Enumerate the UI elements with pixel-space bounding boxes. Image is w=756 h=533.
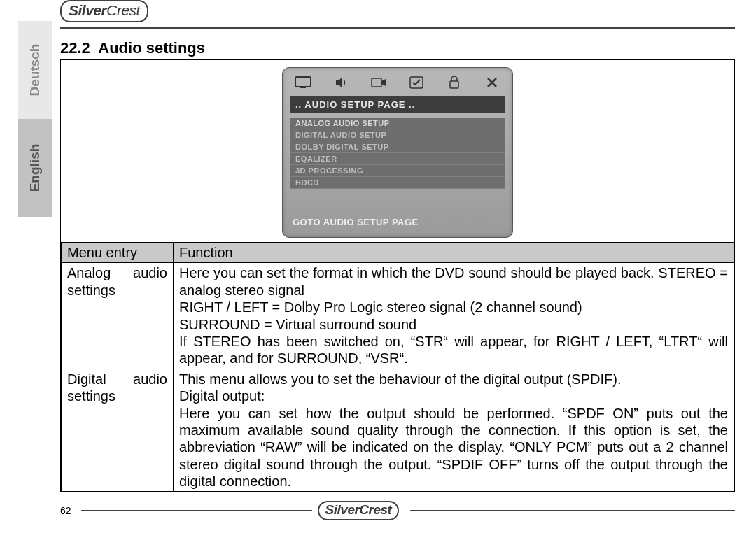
lang-tab-deutsch[interactable]: Deutsch [18, 21, 52, 119]
osd-item: DIGITAL AUDIO SETUP [290, 129, 505, 141]
lang-tab-english[interactable]: English [18, 119, 52, 217]
cell-entry: Digital audio settings [62, 369, 174, 492]
osd-item: 3D PROCESSING [290, 165, 505, 177]
svg-rect-1 [300, 87, 306, 88]
osd-item: HDCD [290, 177, 505, 189]
osd-title: .. AUDIO SETUP PAGE .. [290, 96, 505, 113]
check-icon [407, 75, 426, 90]
section-heading: 22.2 Audio settings [60, 39, 205, 57]
brand-logo: SilverCrest [60, 0, 148, 22]
section-number: 22.2 [60, 39, 90, 57]
svg-rect-2 [372, 78, 382, 87]
osd-menu-list: ANALOG AUDIO SETUP DIGITAL AUDIO SETUP D… [290, 118, 505, 189]
page-footer: 62 SilverCrest [60, 501, 735, 520]
col-header-entry: Menu entry [62, 243, 174, 263]
cell-function: This menu allows you to set the behaviou… [174, 369, 734, 492]
section-title-text: Audio settings [98, 39, 205, 57]
manual-page: Deutsch English SilverCrest 22.2 Audio s… [0, 0, 756, 533]
footer-rule [410, 510, 735, 512]
osd-footer: GOTO AUDIO SETUP PAGE [290, 217, 505, 227]
page-header: SilverCrest [60, 0, 735, 29]
lock-icon [445, 75, 463, 90]
col-header-function: Function [174, 243, 734, 263]
svg-rect-4 [450, 81, 458, 88]
page-number: 62 [60, 505, 71, 516]
header-rule [60, 27, 735, 29]
language-tabs: Deutsch English [18, 21, 52, 217]
table-row: Analog audio settings Here you can set t… [62, 263, 734, 369]
close-icon [483, 75, 501, 90]
footer-brand-logo: SilverCrest [318, 501, 400, 520]
cell-function: Here you can set the format in which the… [174, 263, 734, 369]
lang-label: Deutsch [27, 44, 43, 97]
svg-rect-0 [295, 77, 311, 87]
osd-screenshot: .. AUDIO SETUP PAGE .. ANALOG AUDIO SETU… [61, 60, 734, 242]
video-icon [370, 75, 388, 90]
speaker-icon [332, 75, 350, 90]
osd-item: ANALOG AUDIO SETUP [290, 118, 505, 129]
content-frame: .. AUDIO SETUP PAGE .. ANALOG AUDIO SETU… [60, 59, 735, 492]
table-row: Digital audio settings This menu allows … [62, 369, 734, 492]
cell-entry: Analog audio settings [62, 263, 174, 369]
footer-rule [81, 510, 312, 512]
osd-item: EQALIZER [290, 153, 505, 165]
lang-label: English [27, 144, 43, 192]
tv-icon [294, 75, 312, 90]
settings-table: Menu entry Function Analog audio setting… [61, 242, 734, 492]
osd-icon-row [290, 73, 505, 96]
osd-item: DOLBY DIGITAL SETUP [290, 141, 505, 153]
